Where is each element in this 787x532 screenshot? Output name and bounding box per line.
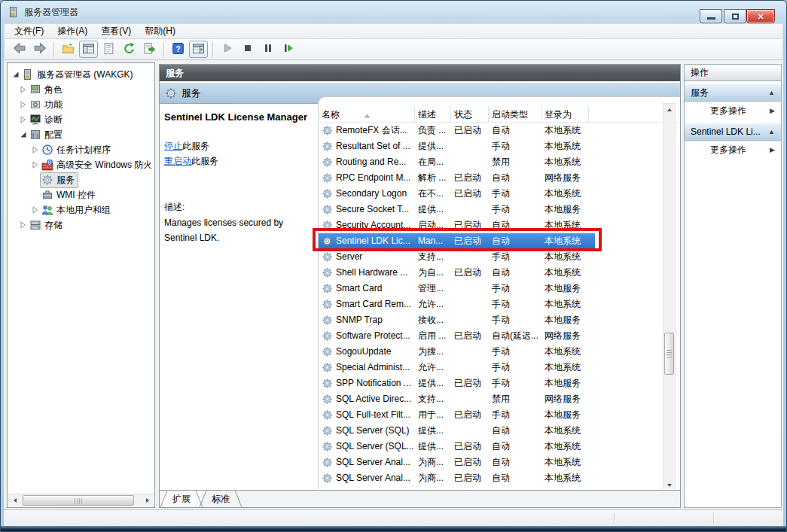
service-row[interactable]: Software Protect...启用 ...已启动自动(延迟...网络服务 (319, 328, 595, 344)
service-row[interactable]: SQL Server Anal...为商...已启动自动本地系统 (319, 454, 595, 470)
scroll-up-button[interactable] (663, 104, 675, 115)
sidebar-item[interactable]: 本地用户和组 (8, 202, 154, 217)
sidebar-item[interactable]: 存储 (8, 217, 154, 233)
expand-expanded-icon[interactable] (11, 71, 20, 78)
service-row[interactable]: Smart Card管理...手动本地服务 (319, 281, 595, 296)
service-row[interactable]: SNMP Trap接收...手动本地服务 (319, 312, 595, 328)
sidebar-item[interactable]: 功能 (8, 97, 154, 112)
properties-button[interactable] (99, 41, 118, 58)
column-header-3[interactable]: 启动类型 (489, 106, 541, 123)
back-arrow-button[interactable] (10, 41, 29, 58)
service-row[interactable]: Server支持...手动本地系统 (319, 249, 595, 265)
sidebar-item[interactable]: 角色 (8, 82, 154, 97)
expand-collapsed-icon[interactable] (30, 145, 40, 154)
service-row[interactable]: Special Administ...允许...手动本地系统 (319, 360, 595, 375)
column-header-4[interactable]: 登录为 (541, 106, 589, 123)
scroll-down-button[interactable] (663, 479, 675, 489)
folder-icon (62, 42, 75, 57)
action-pane-toggle-button[interactable] (189, 41, 208, 58)
expand-collapsed-icon[interactable] (18, 220, 28, 230)
service-row[interactable]: SQL Full-text Filt...用于...已启动手动本地服务 (319, 407, 595, 423)
tree-item-services[interactable]: 服务 (40, 172, 78, 188)
maximize-button[interactable] (724, 9, 746, 23)
service-row[interactable]: Shell Hardware ...为自...已启动自动本地系统 (319, 265, 595, 281)
help-button[interactable]: ? (169, 41, 188, 58)
export-list-button[interactable] (140, 41, 159, 58)
sidebar-item[interactable]: 配置 (8, 127, 154, 142)
service-row[interactable]: SQL Server (SQL...提供...已启动自动本地系统 (319, 439, 595, 454)
tree-item-local-users[interactable]: 本地用户和组 (40, 202, 114, 218)
tree-item-configuration[interactable]: 配置 (28, 127, 66, 143)
expand-collapsed-icon[interactable] (30, 205, 40, 214)
scroll-right-button[interactable] (141, 494, 154, 506)
stop-service-link[interactable]: 停止 (164, 141, 182, 151)
scroll-left-button[interactable] (8, 494, 21, 506)
service-row[interactable]: SogouUpdate为搜...手动本地系统 (319, 344, 595, 360)
column-header-1[interactable]: 描述 (415, 106, 451, 123)
refresh-button[interactable] (120, 41, 139, 58)
sidebar-item[interactable]: 任务计划程序 (8, 142, 154, 157)
action-section-header[interactable]: 服务▲ (685, 84, 781, 102)
minimize-button[interactable] (700, 9, 722, 23)
tree-item-server-manager[interactable]: 服务器管理器 (WAKGK) (20, 67, 137, 83)
service-row[interactable]: RPC Endpoint M...解析 ...已启动自动网络服务 (319, 170, 595, 186)
menu-item[interactable]: 帮助(H) (138, 23, 182, 39)
forward-arrow-button[interactable] (30, 41, 49, 58)
service-row[interactable]: SQL Server (SQL)提供...自动本地系统 (319, 423, 595, 439)
close-button[interactable]: × (746, 9, 775, 23)
sidebar-item[interactable]: 服务器管理器 (WAKGK) (8, 67, 154, 82)
stop-service-button[interactable] (238, 41, 257, 58)
folder-button[interactable] (59, 41, 78, 58)
sidebar-item[interactable]: 服务 (8, 172, 154, 187)
pause-service-button[interactable] (258, 41, 277, 58)
console-tree-toggle-button[interactable] (79, 41, 98, 58)
scroll-thumb[interactable] (664, 333, 674, 375)
service-row[interactable]: Smart Card Rem...允许...手动本地系统 (319, 296, 595, 312)
service-row[interactable]: SQL Server Anal...为商...已启动自动本地系统 (319, 470, 595, 486)
sidebar-item[interactable]: 高级安全 Windows 防火 (8, 157, 154, 172)
service-row[interactable]: Routing and Re...在局...禁用本地系统 (319, 154, 595, 170)
service-row[interactable]: SQL Active Direc...支持...禁用网络服务 (319, 391, 595, 407)
expand-collapsed-icon[interactable] (30, 160, 40, 169)
service-row[interactable]: SPP Notification ...提供...已启动手动本地服务 (319, 375, 595, 391)
tree-item-diagnostics[interactable]: 诊断 (28, 112, 66, 128)
service-row[interactable]: Resultant Set of ...提供...手动本地系统 (319, 138, 595, 154)
more-actions-item[interactable]: 更多操作▶ (685, 102, 781, 120)
sidebar-item[interactable]: 诊断 (8, 112, 154, 127)
service-row[interactable]: RemoteFX 会话...负责 ...已启动自动本地系统 (319, 123, 595, 138)
tree-item-task-scheduler[interactable]: 任务计划程序 (40, 142, 114, 158)
tree-item-features[interactable]: 功能 (28, 97, 66, 113)
service-row[interactable]: Security Account...启动...已启动自动本地系统 (319, 217, 595, 233)
view-tab-extended[interactable]: 扩展 (162, 491, 201, 507)
sidebar-item[interactable]: WMI 控件 (8, 187, 154, 202)
restart-service-button[interactable] (279, 41, 297, 58)
title-bar[interactable]: 服务器管理器 (1, 1, 786, 23)
tree-horizontal-scrollbar[interactable] (8, 494, 154, 506)
tree-item-wmi-control[interactable]: WMI 控件 (40, 187, 99, 203)
menu-item[interactable]: 文件(F) (8, 23, 50, 39)
restart-service-link[interactable]: 重启动 (164, 156, 191, 166)
more-actions-item[interactable]: 更多操作▶ (685, 141, 781, 160)
expand-collapsed-icon[interactable] (18, 115, 28, 124)
column-header-name[interactable]: 名称 (319, 106, 415, 123)
menu-item[interactable]: 查看(V) (94, 23, 138, 39)
expand-collapsed-icon[interactable] (18, 100, 28, 109)
collapse-section-icon[interactable]: ▲ (768, 90, 775, 96)
service-row[interactable]: Secure Socket T...提供...手动本地服务 (319, 202, 595, 217)
menu-item[interactable]: 操作(A) (50, 23, 94, 39)
action-section-header[interactable]: Sentinel LDK Li...▲ (685, 123, 781, 141)
column-header-2[interactable]: 状态 (451, 106, 489, 123)
tree-item-firewall[interactable]: 高级安全 Windows 防火 (40, 157, 156, 173)
table-vertical-scrollbar[interactable] (663, 103, 676, 489)
view-tab-standard[interactable]: 标准 (201, 491, 240, 507)
tree-item-storage[interactable]: 存储 (28, 217, 66, 233)
collapse-section-icon[interactable]: ▲ (768, 129, 775, 135)
tree-item-roles[interactable]: 角色 (28, 82, 66, 98)
expand-expanded-icon[interactable] (18, 131, 28, 138)
start-service-button[interactable] (218, 41, 236, 58)
expand-collapsed-icon[interactable] (18, 85, 28, 94)
scroll-thumb[interactable] (23, 495, 134, 506)
service-row[interactable]: Sentinel LDK Lic...Man...已启动自动本地系统 (319, 233, 595, 249)
service-row[interactable]: SQL Server Bro...将 S...已启动自动本地服务 (319, 486, 595, 489)
service-row[interactable]: Secondary Logon在不...已启动手动本地系统 (319, 186, 595, 202)
